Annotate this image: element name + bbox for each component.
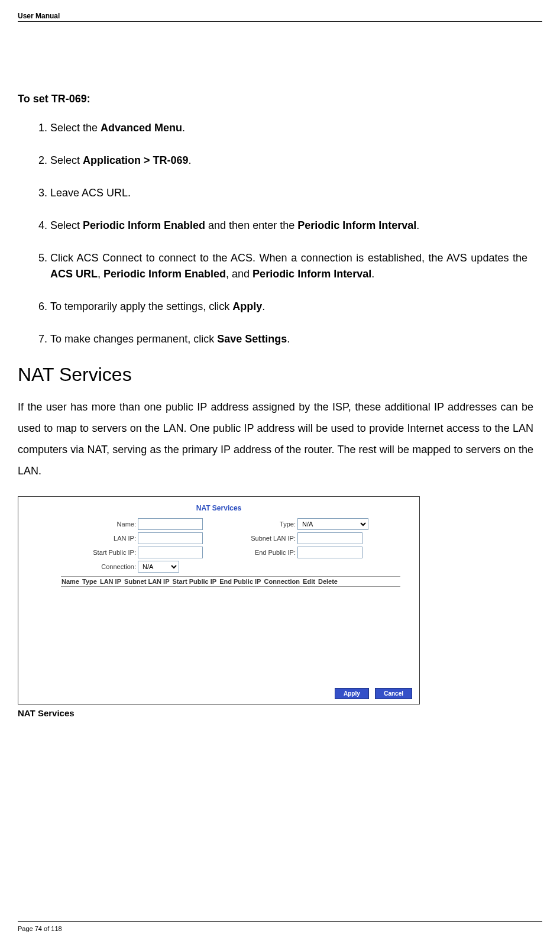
figure-caption: NAT Services bbox=[18, 708, 542, 718]
screenshot-button-bar: Apply Cancel bbox=[331, 687, 412, 699]
lan-ip-input[interactable] bbox=[138, 532, 203, 544]
step-text: , bbox=[98, 268, 103, 280]
step-7: To make changes permanent, click Save Se… bbox=[50, 331, 527, 347]
label-connection: Connection: bbox=[25, 563, 138, 570]
step-text: Select bbox=[50, 154, 83, 166]
label-name: Name: bbox=[25, 521, 138, 528]
step-text: Select bbox=[50, 219, 83, 231]
step-text: . bbox=[189, 154, 192, 166]
connection-select[interactable]: N/A bbox=[138, 561, 179, 573]
step-text: and then enter the bbox=[205, 219, 297, 231]
step-text: . bbox=[262, 300, 265, 312]
type-select[interactable]: N/A bbox=[297, 518, 368, 530]
th-connection: Connection bbox=[264, 578, 301, 585]
step-bold: Apply bbox=[232, 300, 262, 312]
step-bold: Periodic Inform Enabled bbox=[103, 268, 226, 280]
step-text: Select the bbox=[50, 122, 101, 134]
step-bold: Advanced Menu bbox=[101, 122, 182, 134]
step-1: Select the Advanced Menu. bbox=[50, 120, 527, 136]
apply-button[interactable]: Apply bbox=[335, 688, 369, 699]
cancel-button[interactable]: Cancel bbox=[375, 688, 412, 699]
step-text: Leave ACS URL. bbox=[50, 187, 131, 199]
step-bold: Save Settings bbox=[217, 333, 287, 345]
subnet-lan-ip-input[interactable] bbox=[297, 532, 362, 544]
step-bold: ACS URL bbox=[50, 268, 98, 280]
step-text: . bbox=[287, 333, 290, 345]
section-heading-nat-services: NAT Services bbox=[18, 364, 542, 386]
th-end-public-ip: End Public IP bbox=[219, 578, 261, 585]
screenshot-title: NAT Services bbox=[25, 504, 412, 512]
step-5: Click ACS Connect to connect to the ACS.… bbox=[50, 250, 527, 282]
th-edit: Edit bbox=[302, 578, 316, 585]
step-bold: Periodic Inform Interval bbox=[253, 268, 371, 280]
step-text: . bbox=[416, 219, 419, 231]
label-subnet-lan-ip: Subnet LAN IP: bbox=[221, 535, 297, 542]
step-bold: Periodic Inform Enabled bbox=[83, 219, 205, 231]
page-number: Page 74 of 118 bbox=[18, 925, 542, 932]
table-header-row: Name Type LAN IP Subnet LAN IP Start Pub… bbox=[61, 576, 400, 587]
step-3: Leave ACS URL. bbox=[50, 185, 527, 201]
footer-rule bbox=[18, 921, 542, 922]
label-end-public-ip: End Public IP: bbox=[221, 549, 297, 556]
name-input[interactable] bbox=[138, 518, 203, 530]
end-public-ip-input[interactable] bbox=[297, 547, 362, 558]
th-delete: Delete bbox=[318, 578, 338, 585]
section-paragraph: If the user has more than one public IP … bbox=[18, 396, 533, 481]
step-6: To temporarily apply the settings, click… bbox=[50, 299, 527, 315]
th-name: Name bbox=[61, 578, 80, 585]
step-bold: Periodic Inform Interval bbox=[297, 219, 416, 231]
step-bold: Application > TR-069 bbox=[83, 154, 189, 166]
procedure-title: To set TR-069: bbox=[18, 93, 542, 105]
screenshot-nat-services: NAT Services Name: Type: N/A LAN IP: Sub… bbox=[18, 496, 420, 704]
procedure-steps: Select the Advanced Menu. Select Applica… bbox=[50, 120, 527, 347]
step-text: Click ACS Connect to connect to the ACS.… bbox=[50, 252, 527, 264]
th-type: Type bbox=[82, 578, 98, 585]
label-lan-ip: LAN IP: bbox=[25, 535, 138, 542]
step-text: To temporarily apply the settings, click bbox=[50, 300, 232, 312]
th-lan-ip: LAN IP bbox=[99, 578, 122, 585]
start-public-ip-input[interactable] bbox=[138, 547, 203, 558]
step-text: , and bbox=[226, 268, 253, 280]
label-start-public-ip: Start Public IP: bbox=[25, 549, 138, 556]
page-footer: Page 74 of 118 bbox=[18, 921, 542, 932]
header-label: User Manual bbox=[18, 12, 542, 20]
step-text: . bbox=[371, 268, 374, 280]
header-rule bbox=[18, 21, 542, 22]
step-text: . bbox=[182, 122, 185, 134]
form-grid: Name: Type: N/A LAN IP: Subnet LAN IP: S… bbox=[25, 518, 412, 573]
th-start-public-ip: Start Public IP bbox=[172, 578, 218, 585]
th-subnet-lan-ip: Subnet LAN IP bbox=[124, 578, 170, 585]
label-type: Type: bbox=[221, 521, 297, 528]
step-text: To make changes permanent, click bbox=[50, 333, 217, 345]
step-4: Select Periodic Inform Enabled and then … bbox=[50, 218, 527, 234]
step-2: Select Application > TR-069. bbox=[50, 153, 527, 169]
